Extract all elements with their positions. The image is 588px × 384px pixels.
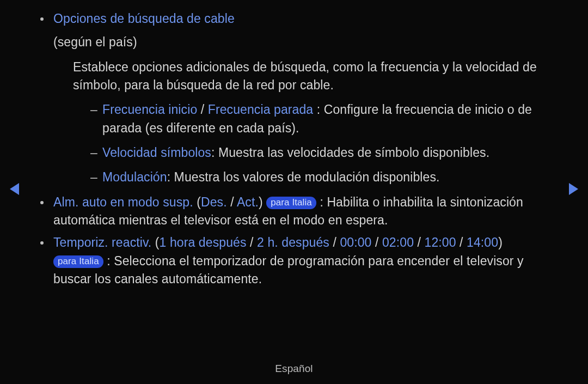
item-title: Opciones de búsqueda de cable (53, 11, 235, 26)
subitem-desc: : Muestra los valores de modulación disp… (167, 170, 440, 184)
region-badge: para Italia (266, 197, 316, 209)
item-auto-store-standby: Alm. auto en modo susp. (Des. / Act.) pa… (44, 193, 555, 230)
item-country-note: (según el país) (53, 33, 555, 51)
option-1400: 14:00 (467, 235, 498, 249)
prev-page-arrow[interactable] (10, 183, 19, 195)
option-0200: 02:00 (382, 235, 414, 249)
subitem-desc: : Muestra las velocidades de símbolo dis… (211, 145, 489, 160)
item-wakeup-timer: Temporiz. reactiv. (1 hora después / 2 h… (44, 234, 555, 288)
term-modulation: Modulación (102, 170, 167, 184)
item-cable-search-options: Opciones de búsqueda de cable (según el … (44, 10, 555, 187)
option-2h: 2 h. después (257, 235, 329, 249)
subitem-symbol-rate: Velocidad símbolos: Muestra las velocida… (90, 144, 555, 162)
subitem-modulation: Modulación: Muestra los valores de modul… (90, 168, 555, 186)
option-1h: 1 hora después (160, 235, 247, 249)
option-1200: 12:00 (425, 235, 456, 249)
next-page-arrow[interactable] (569, 183, 578, 195)
option-off: Des. (201, 195, 227, 209)
option-0000: 00:00 (340, 235, 371, 249)
option-on: Act. (237, 195, 259, 209)
item-description: Establece opciones adicionales de búsque… (53, 58, 555, 95)
term-symbol-rate: Velocidad símbolos (102, 145, 211, 160)
region-badge: para Italia (53, 255, 103, 268)
help-content: Opciones de búsqueda de cable (según el … (0, 0, 588, 288)
footer-language: Español (0, 361, 588, 376)
item-title: Alm. auto en modo susp. (53, 195, 193, 209)
term-frequency-stop: Frecuencia parada (208, 102, 313, 117)
term-frequency-start: Frecuencia inicio (102, 102, 197, 117)
item-desc: : Selecciona el temporizador de programa… (53, 254, 524, 286)
subitem-frequency: Frecuencia inicio / Frecuencia parada : … (90, 101, 555, 137)
item-title: Temporiz. reactiv. (53, 235, 151, 249)
